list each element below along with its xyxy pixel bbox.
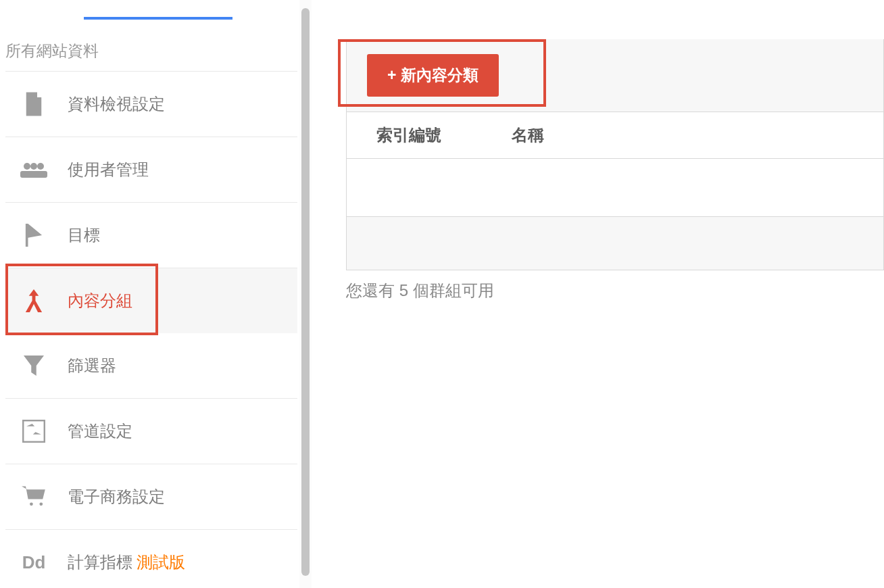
sidebar-item-ecommerce-settings[interactable]: 電子商務設定 <box>5 464 297 530</box>
svg-rect-4 <box>23 420 45 442</box>
filter-icon <box>20 352 47 379</box>
sidebar-item-label: 使用者管理 <box>68 159 149 180</box>
file-icon <box>20 91 47 118</box>
scrollbar-thumb[interactable] <box>301 8 310 576</box>
svg-rect-3 <box>20 171 47 178</box>
sidebar-item-label: 管道設定 <box>68 420 132 442</box>
sidebar-item-user-management[interactable]: 使用者管理 <box>5 137 297 203</box>
table-body-empty <box>346 159 884 216</box>
groups-remaining-note: 您還有 5 個群組可用 <box>346 280 884 301</box>
add-content-group-button[interactable]: + 新內容分類 <box>367 54 499 97</box>
column-header-name: 名稱 <box>512 124 544 146</box>
cart-icon <box>20 483 47 510</box>
sidebar-item-view-settings[interactable]: 資料檢視設定 <box>5 72 297 137</box>
sidebar-item-goals[interactable]: 目標 <box>5 203 297 268</box>
sidebar: 所有網站資料 資料檢視設定 使用者管理 目標 內容分組 篩選器 管道設 <box>5 34 297 588</box>
merge-icon <box>20 287 47 314</box>
sidebar-item-label: 內容分組 <box>68 290 132 312</box>
sidebar-item-content-grouping[interactable]: 內容分組 <box>5 268 297 333</box>
tab-underline <box>84 17 232 20</box>
sidebar-item-channel-settings[interactable]: 管道設定 <box>5 399 297 464</box>
sidebar-scrollbar[interactable] <box>299 0 312 588</box>
sidebar-item-label: 目標 <box>68 224 100 246</box>
dd-icon: Dd <box>20 549 47 576</box>
button-area: + 新內容分類 <box>346 39 884 112</box>
sidebar-item-label: 篩選器 <box>68 355 116 376</box>
sidebar-item-filters[interactable]: 篩選器 <box>5 333 297 399</box>
table-footer-row <box>346 216 884 270</box>
svg-point-0 <box>24 163 30 170</box>
sidebar-item-label: 計算指標 <box>68 552 132 573</box>
svg-point-2 <box>37 163 44 170</box>
sidebar-item-calculated-metrics[interactable]: Dd 計算指標 測試版 <box>5 530 297 588</box>
beta-badge: 測試版 <box>137 552 185 573</box>
flag-icon <box>20 222 47 249</box>
users-icon <box>20 156 47 183</box>
main-panel: + 新內容分類 索引編號 名稱 您還有 5 個群組可用 <box>338 39 884 301</box>
channel-icon <box>20 418 47 445</box>
svg-point-1 <box>30 163 37 170</box>
table-header: 索引編號 名稱 <box>346 112 884 159</box>
column-header-index: 索引編號 <box>376 124 512 146</box>
sidebar-header: 所有網站資料 <box>5 34 297 72</box>
sidebar-item-label: 資料檢視設定 <box>68 93 165 115</box>
sidebar-item-label: 電子商務設定 <box>68 486 165 508</box>
